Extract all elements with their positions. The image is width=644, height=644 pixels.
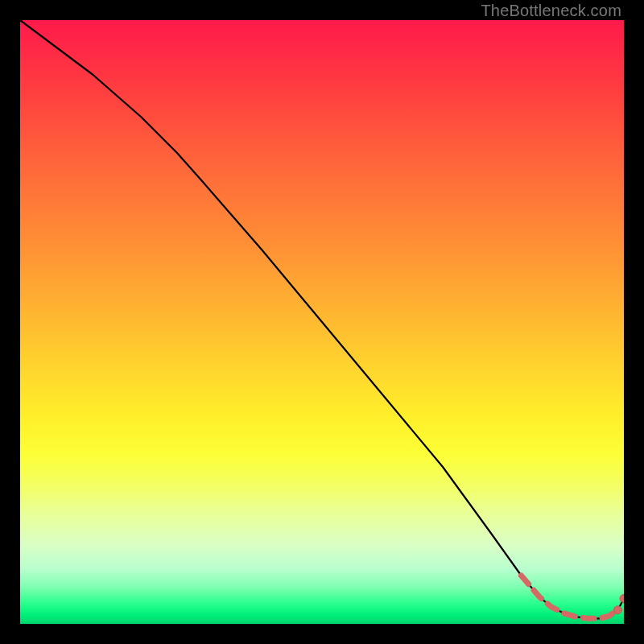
tail-marker-1 (614, 606, 622, 614)
chart-overlay-svg (20, 20, 624, 624)
chart-stage: TheBottleneck.com (0, 0, 644, 644)
tail-marker-2 (620, 595, 624, 603)
gradient-plot-area (20, 20, 624, 624)
flat-tail-dashes (522, 576, 618, 618)
bottleneck-curve (20, 20, 624, 618)
watermark-text: TheBottleneck.com (481, 2, 621, 20)
